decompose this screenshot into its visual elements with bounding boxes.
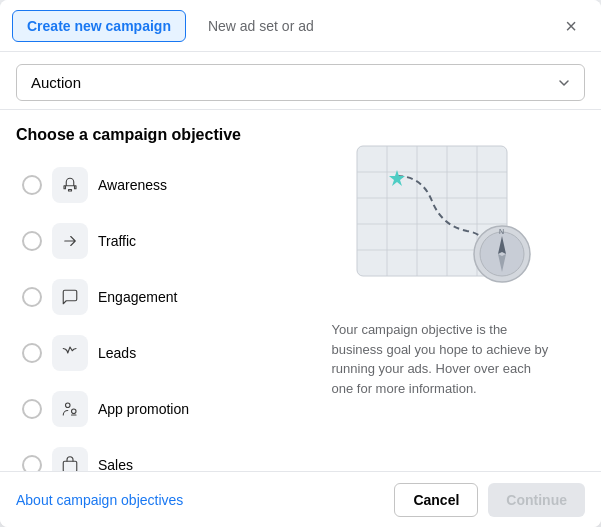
awareness-icon <box>61 176 79 194</box>
buying-type-dropdown[interactable]: Auction Reach and Frequency <box>16 64 585 101</box>
radio-engagement[interactable] <box>22 287 42 307</box>
engagement-icon <box>61 288 79 306</box>
svg-point-0 <box>66 403 71 408</box>
app-promotion-label: App promotion <box>98 401 189 417</box>
traffic-icon <box>61 232 79 250</box>
footer-buttons: Cancel Continue <box>394 483 585 517</box>
svg-rect-2 <box>63 461 77 471</box>
radio-awareness[interactable] <box>22 175 42 195</box>
leads-icon <box>61 344 79 362</box>
left-panel: Choose a campaign objective Awareness <box>0 110 290 471</box>
modal-header: Create new campaign New ad set or ad × <box>0 0 601 52</box>
sales-label: Sales <box>98 457 133 471</box>
modal-body: Auction Reach and Frequency Choose a cam… <box>0 52 601 471</box>
radio-app-promotion[interactable] <box>22 399 42 419</box>
svg-point-1 <box>72 409 77 414</box>
dropdown-row: Auction Reach and Frequency <box>0 52 601 110</box>
awareness-label: Awareness <box>98 177 167 193</box>
continue-button[interactable]: Continue <box>488 483 585 517</box>
sales-icon-box <box>52 447 88 471</box>
objective-list: Awareness Traffic <box>16 158 274 471</box>
engagement-icon-box <box>52 279 88 315</box>
objective-item-awareness[interactable]: Awareness <box>16 158 274 212</box>
campaign-illustration: N <box>337 126 547 306</box>
sales-icon <box>61 456 79 471</box>
cancel-button[interactable]: Cancel <box>394 483 478 517</box>
tab-create-campaign[interactable]: Create new campaign <box>12 10 186 42</box>
app-promotion-icon <box>61 400 79 418</box>
traffic-icon-box <box>52 223 88 259</box>
objective-item-leads[interactable]: Leads <box>16 326 274 380</box>
section-title: Choose a campaign objective <box>16 126 274 144</box>
radio-sales[interactable] <box>22 455 42 471</box>
objective-item-app-promotion[interactable]: App promotion <box>16 382 274 436</box>
about-objectives-link[interactable]: About campaign objectives <box>16 492 183 508</box>
app-promotion-icon-box <box>52 391 88 427</box>
traffic-label: Traffic <box>98 233 136 249</box>
leads-label: Leads <box>98 345 136 361</box>
engagement-label: Engagement <box>98 289 177 305</box>
svg-text:N: N <box>499 228 504 235</box>
close-button[interactable]: × <box>555 10 587 42</box>
content-area: Choose a campaign objective Awareness <box>0 110 601 471</box>
tab-new-ad-set[interactable]: New ad set or ad <box>194 11 328 41</box>
modal-footer: About campaign objectives Cancel Continu… <box>0 471 601 527</box>
objective-item-sales[interactable]: Sales <box>16 438 274 471</box>
description-text: Your campaign objective is the business … <box>332 320 552 398</box>
radio-traffic[interactable] <box>22 231 42 251</box>
modal-container: Create new campaign New ad set or ad × A… <box>0 0 601 527</box>
leads-icon-box <box>52 335 88 371</box>
awareness-icon-box <box>52 167 88 203</box>
objective-item-engagement[interactable]: Engagement <box>16 270 274 324</box>
radio-leads[interactable] <box>22 343 42 363</box>
right-panel: N Your campaign objective is the busines… <box>290 110 601 471</box>
objective-item-traffic[interactable]: Traffic <box>16 214 274 268</box>
